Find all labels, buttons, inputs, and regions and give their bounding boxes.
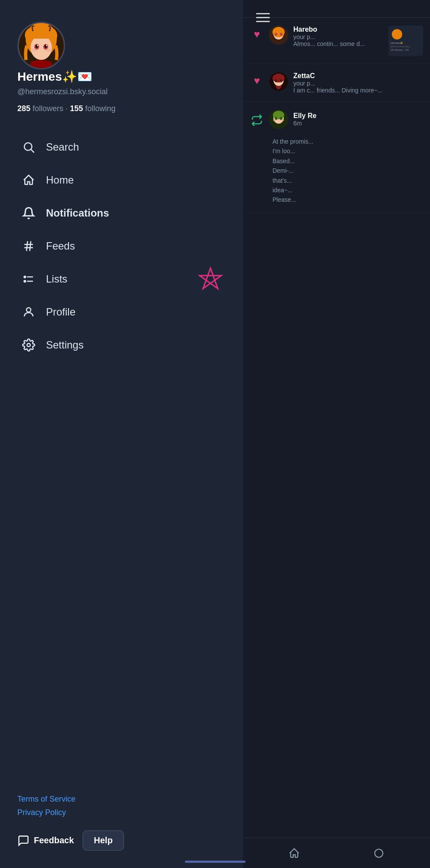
sidebar-item-profile[interactable]: Profile — [17, 296, 226, 329]
notification-preview: Hermes✨ @hermesrozsi.bsky... 285 followe… — [388, 26, 423, 56]
feedback-button[interactable]: Feedback — [17, 835, 74, 847]
circle-icon — [373, 847, 385, 859]
repost-icon — [250, 113, 264, 127]
footer-links: Terms of Service Privacy Policy — [17, 795, 226, 817]
sidebar-item-notifications[interactable]: Notifications — [17, 197, 226, 230]
avatar — [269, 26, 288, 45]
svg-line-12 — [31, 150, 34, 153]
bell-icon — [21, 205, 36, 221]
username-text: Hermes✨💌 — [17, 69, 92, 84]
svg-point-43 — [273, 119, 276, 122]
home-icon — [288, 847, 300, 859]
svg-point-26 — [275, 33, 277, 36]
search-label: Search — [46, 141, 79, 153]
svg-point-25 — [272, 27, 285, 37]
help-label: Help — [94, 835, 112, 845]
feeds-label: Feeds — [46, 240, 75, 252]
avatar — [269, 72, 288, 91]
svg-point-45 — [375, 849, 383, 857]
notif-time: 6m — [293, 120, 423, 127]
sidebar-item-lists[interactable]: Lists — [17, 263, 226, 296]
right-panel: ♥ Harebo your p... Almos... contin... so… — [243, 0, 430, 868]
lists-label: Lists — [46, 273, 67, 285]
svg-point-21 — [26, 308, 31, 312]
notifications-label: Notifications — [46, 207, 109, 219]
svg-point-17 — [24, 276, 26, 278]
svg-rect-28 — [388, 26, 423, 56]
home-icon — [21, 172, 36, 188]
help-button[interactable]: Help — [82, 830, 124, 851]
followers-label: followers — [33, 104, 63, 113]
svg-point-8 — [46, 45, 47, 46]
avatar[interactable] — [17, 22, 65, 69]
user-stats: 285 followers · 155 following — [17, 104, 226, 113]
terms-of-service-link[interactable]: Terms of Service — [17, 795, 226, 804]
svg-point-37 — [280, 79, 282, 82]
following-label: following — [85, 104, 115, 113]
notif-body: At the promis... I'm loo... Based... Dem… — [250, 137, 313, 205]
notif-username: Elly Re — [293, 112, 423, 120]
notification-content: Elly Re 6m — [293, 112, 423, 127]
sidebar-item-search[interactable]: Search — [17, 131, 226, 164]
following-count: 155 — [70, 104, 83, 113]
search-icon — [21, 139, 36, 155]
svg-line-15 — [26, 241, 28, 251]
bottom-nav-right — [243, 838, 430, 868]
user-handle: @hermesrozsi.bsky.social — [17, 87, 226, 96]
notif-username: Harebo — [293, 26, 383, 33]
bottom-indicator — [185, 861, 246, 863]
bottom-nav-home[interactable] — [283, 842, 305, 864]
settings-label: Settings — [46, 339, 84, 351]
settings-icon — [21, 337, 36, 353]
svg-point-27 — [280, 33, 282, 36]
svg-point-11 — [24, 143, 32, 151]
followers-count: 285 — [17, 104, 30, 113]
svg-point-10 — [45, 49, 51, 52]
sidebar-item-home[interactable]: Home — [17, 164, 226, 197]
svg-point-40 — [273, 111, 284, 119]
svg-text:@hermesrozsi.bsky...: @hermesrozsi.bsky... — [391, 45, 411, 48]
notification-item[interactable]: ♥ Harebo your p... Almos... contin... so… — [243, 18, 430, 64]
svg-point-44 — [281, 119, 284, 122]
sidebar-item-settings[interactable]: Settings — [17, 329, 226, 362]
username-display: Hermes✨💌 — [17, 69, 226, 84]
svg-point-2 — [30, 35, 52, 60]
svg-line-16 — [30, 241, 31, 251]
privacy-policy-link[interactable]: Privacy Policy — [17, 808, 226, 817]
notification-content: Harebo your p... Almos... contin... some… — [293, 26, 383, 47]
notif-text: your p... — [293, 80, 423, 87]
svg-point-7 — [37, 45, 38, 46]
notif-username: ZettaC — [293, 72, 423, 80]
sidebar: Hermes✨💌 @hermesrozsi.bsky.social 285 fo… — [0, 0, 243, 868]
notification-item[interactable]: ♥ ZettaC your p... I am c... friends... … — [243, 64, 430, 102]
svg-text:Hermes✨: Hermes✨ — [391, 41, 403, 45]
hash-icon — [21, 238, 36, 254]
star-annotation — [191, 265, 230, 299]
svg-point-9 — [31, 49, 37, 52]
feedback-label: Feedback — [34, 835, 74, 845]
svg-point-35 — [272, 74, 285, 82]
notif-subtext: I am c... friends... Diving more~... — [293, 87, 423, 94]
sidebar-item-feeds[interactable]: Feeds — [17, 230, 226, 263]
svg-point-29 — [392, 29, 402, 39]
bottom-nav-placeholder[interactable] — [368, 842, 390, 864]
user-icon — [21, 304, 36, 320]
chat-icon — [17, 835, 30, 847]
notif-subtext: Almos... contin... some d... — [293, 40, 383, 47]
like-icon: ♥ — [250, 27, 264, 41]
home-label: Home — [46, 174, 74, 186]
sidebar-nav: Search Home Notifications Feeds — [17, 131, 226, 786]
footer-buttons: Feedback Help — [17, 830, 226, 851]
avatar — [269, 110, 288, 129]
right-top-bar — [243, 0, 430, 18]
svg-point-22 — [27, 343, 30, 347]
notification-item[interactable]: Elly Re 6m At the promis... I'm loo... B… — [243, 102, 430, 213]
list-icon — [21, 271, 36, 287]
notification-content: ZettaC your p... I am c... friends... Di… — [293, 72, 423, 94]
hamburger-menu[interactable] — [256, 13, 270, 22]
notif-text: your p... — [293, 33, 383, 40]
svg-text:285 followers · 155: 285 followers · 155 — [391, 49, 409, 51]
svg-point-18 — [24, 280, 26, 282]
like-icon: ♥ — [250, 74, 264, 88]
profile-label: Profile — [46, 306, 75, 318]
